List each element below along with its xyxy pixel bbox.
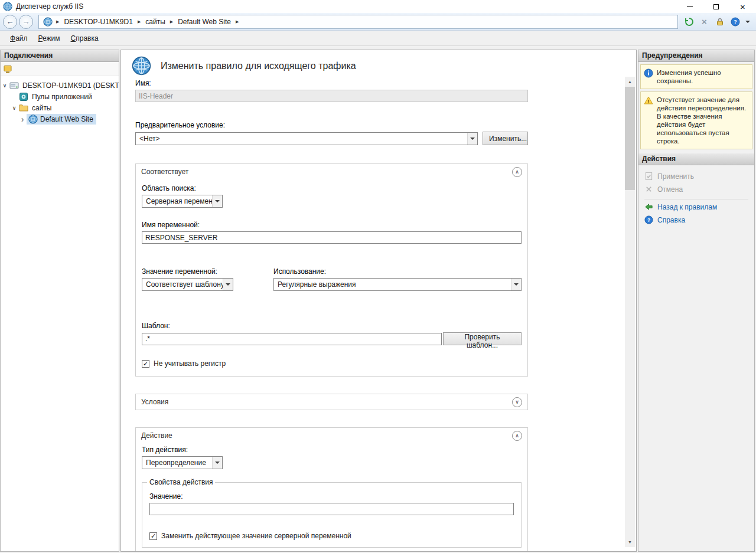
selected-tree-item[interactable]: Default Web Site xyxy=(27,114,96,125)
variable-value-value: Соответствует шаблону xyxy=(142,280,223,289)
collapse-expander-icon[interactable]: ∨ xyxy=(1,83,9,89)
back-button[interactable]: ← xyxy=(3,15,17,29)
new-connection-icon[interactable] xyxy=(3,64,12,74)
breadcrumb-default-web-site[interactable]: Default Web Site xyxy=(175,17,233,27)
outbound-rule-icon xyxy=(132,56,151,76)
action-properties-legend: Свойства действия xyxy=(147,478,215,486)
chevron-down-icon[interactable] xyxy=(745,21,750,25)
conditions-section-header[interactable]: Условия ∨ xyxy=(136,394,527,410)
action-type-select[interactable]: Переопределение xyxy=(142,456,223,469)
collapse-expander-icon[interactable]: ∨ xyxy=(10,105,18,111)
ignore-case-label[interactable]: Не учитывать регистр xyxy=(154,359,226,368)
server-icon xyxy=(9,81,19,90)
dropdown-arrow-icon[interactable] xyxy=(212,457,222,469)
pattern-input[interactable] xyxy=(142,333,442,345)
variable-name-input[interactable] xyxy=(142,231,522,244)
warning-alert: ! Отсутствует значение для действия пере… xyxy=(640,91,752,149)
help-link[interactable]: ? Справка xyxy=(640,214,753,225)
dropdown-arrow-icon[interactable] xyxy=(511,279,521,290)
svg-text:?: ? xyxy=(647,217,650,223)
svg-text:!: ! xyxy=(648,99,650,104)
action-value-input[interactable] xyxy=(149,503,514,515)
scroll-up-icon[interactable]: ▲ xyxy=(625,77,635,87)
edit-precondition-button[interactable]: Изменить... xyxy=(483,132,528,145)
tree-item-app-pools-label[interactable]: Пулы приложений xyxy=(31,92,93,102)
vertical-scrollbar[interactable]: ▲ ▼ xyxy=(625,77,635,547)
precondition-select[interactable]: <Нет> xyxy=(135,132,478,145)
using-label: Использование: xyxy=(273,267,522,276)
connections-toolbar xyxy=(1,62,119,76)
scrollbar-thumb[interactable] xyxy=(625,87,635,190)
menu-view[interactable]: Режим xyxy=(33,32,66,45)
close-icon: × xyxy=(740,2,745,11)
tree-item-default-web-site[interactable]: › Default Web Site xyxy=(1,113,119,125)
variable-value-column: Значение переменной: Соответствует шабло… xyxy=(142,267,273,291)
actions-divider xyxy=(644,199,748,199)
dropdown-arrow-icon[interactable] xyxy=(467,133,477,145)
tree-item-server-label[interactable]: DESKTOP-U1MK9D1 (DESKTOP xyxy=(21,81,119,90)
action-section: Действие ∧ Тип действия: Переопределение… xyxy=(135,427,528,552)
tree-item-sites-label[interactable]: сайты xyxy=(31,103,53,113)
tree-item-app-pools[interactable]: Пулы приложений xyxy=(1,91,119,102)
back-to-rules-icon xyxy=(644,202,653,211)
forward-button[interactable]: → xyxy=(19,15,33,29)
iis-app-icon xyxy=(3,2,12,11)
precondition-label: Предварительное условие: xyxy=(135,121,528,129)
scope-select[interactable]: Серверная переменн xyxy=(142,195,223,208)
conditions-section: Условия ∨ xyxy=(135,394,528,410)
apply-label: Применить xyxy=(657,172,694,181)
restart-icon[interactable] xyxy=(684,17,694,27)
test-pattern-button[interactable]: Проверить шаблон... xyxy=(443,332,522,345)
stop-icon[interactable]: × xyxy=(699,17,709,27)
dropdown-arrow-icon[interactable] xyxy=(212,195,222,207)
pattern-label: Шаблон: xyxy=(142,322,522,330)
expand-chevron-icon[interactable]: ∨ xyxy=(512,397,522,407)
close-button[interactable]: × xyxy=(729,0,756,13)
navigation-buttons: ← → xyxy=(3,15,35,29)
scope-value: Серверная переменн xyxy=(142,197,212,205)
cancel-button: Отмена xyxy=(640,184,753,195)
forward-arrow-icon: → xyxy=(22,17,30,26)
maximize-icon xyxy=(713,4,719,9)
name-label: Имя: xyxy=(135,79,528,87)
lock-icon[interactable] xyxy=(715,17,725,27)
connections-tree: ∨ DESKTOP-U1MK9D1 (DESKTOP Пулы приложен… xyxy=(1,76,119,125)
help-icon[interactable]: ? xyxy=(730,17,740,27)
expand-icon[interactable]: › xyxy=(18,116,27,122)
help-label[interactable]: Справка xyxy=(657,216,685,224)
replace-value-checkbox[interactable]: ✓ xyxy=(149,532,157,540)
crumb-separator-icon: ▶ xyxy=(135,19,143,24)
connections-panel: Подключения ∨ DESKTOP-U1MK9D1 (DESKTOP П… xyxy=(0,50,119,552)
actions-panel: Предупреждения Изменения успешно сохране… xyxy=(638,50,755,552)
menu-file[interactable]: Файл xyxy=(5,32,33,45)
match-section-body: Область поиска: Серверная переменн Имя п… xyxy=(136,179,527,376)
action-type-value: Переопределение xyxy=(142,459,212,467)
using-select[interactable]: Регулярные выражения xyxy=(273,278,522,291)
ignore-case-checkbox[interactable]: ✓ xyxy=(142,360,149,368)
dropdown-arrow-icon[interactable] xyxy=(223,279,233,290)
tree-item-default-web-site-label[interactable]: Default Web Site xyxy=(40,115,93,123)
tree-item-server[interactable]: ∨ DESKTOP-U1MK9D1 (DESKTOP xyxy=(1,80,119,91)
check-icon: ✓ xyxy=(143,361,148,367)
maximize-button[interactable] xyxy=(703,0,729,13)
info-alert: Изменения успешно сохранены. xyxy=(640,64,752,89)
minimize-button[interactable] xyxy=(676,0,703,13)
action-section-header[interactable]: Действие ∧ xyxy=(136,428,527,443)
collapse-chevron-icon[interactable]: ∧ xyxy=(512,167,522,177)
tree-item-sites[interactable]: ∨ сайты xyxy=(1,102,119,113)
scroll-down-icon[interactable]: ▼ xyxy=(625,537,635,547)
variable-value-select[interactable]: Соответствует шаблону xyxy=(142,278,233,291)
content-area: Подключения ∨ DESKTOP-U1MK9D1 (DESKTOP П… xyxy=(0,46,756,553)
back-to-rules-label[interactable]: Назад к правилам xyxy=(657,203,717,211)
scope-label: Область поиска: xyxy=(142,184,522,192)
match-section-header[interactable]: Соответствует ∧ xyxy=(136,164,527,179)
breadcrumb-server[interactable]: DESKTOP-U1MK9D1 xyxy=(61,17,135,27)
breadcrumb-sites[interactable]: сайты xyxy=(143,17,168,27)
menu-help[interactable]: Справка xyxy=(66,32,104,45)
back-to-rules-link[interactable]: Назад к правилам xyxy=(640,201,753,212)
collapse-chevron-icon[interactable]: ∧ xyxy=(512,431,522,441)
breadcrumb[interactable]: ▶ DESKTOP-U1MK9D1 ▶ сайты ▶ Default Web … xyxy=(38,15,678,29)
editor-title-row: Изменить правило для исходящего трафика xyxy=(132,56,636,76)
cancel-icon xyxy=(644,185,653,194)
replace-value-label[interactable]: Заменить действующее значение серверной … xyxy=(161,532,351,540)
